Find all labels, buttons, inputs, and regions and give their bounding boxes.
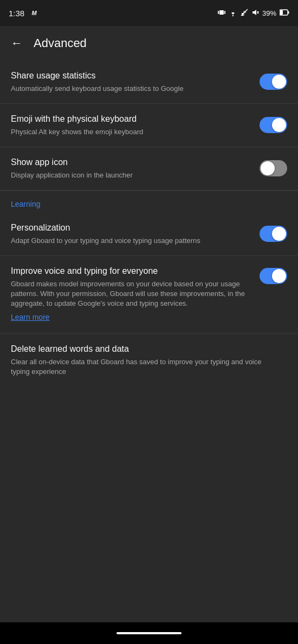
main-content: Share usage statistics Automatically sen… — [0, 61, 298, 622]
toggle-show-app-icon[interactable] — [260, 160, 287, 176]
setting-share-usage-text: Share usage statistics Automatically sen… — [11, 70, 260, 94]
setting-show-app-icon-text: Show app icon Display application icon i… — [11, 157, 260, 180]
svg-rect-7 — [288, 11, 289, 14]
setting-personalization[interactable]: Personalization Adapt Gboard to your typ… — [0, 213, 298, 256]
setting-improve-voice[interactable]: Improve voice and typing for everyone Gb… — [0, 256, 298, 334]
setting-show-app-icon-subtitle: Display application icon in the launcher — [11, 170, 251, 180]
setting-delete-learned[interactable]: Delete learned words and data Clear all … — [0, 334, 298, 386]
setting-show-app-icon[interactable]: Show app icon Display application icon i… — [0, 147, 298, 190]
setting-emoji-keyboard-title: Emoji with the physical keyboard — [11, 114, 251, 125]
home-indicator[interactable] — [116, 632, 182, 634]
status-bar: 1:38 M — [0, 0, 298, 26]
learning-section-label: Learning — [0, 191, 298, 213]
toggle-improve-voice[interactable] — [260, 268, 287, 284]
toggle-share-usage[interactable] — [260, 74, 287, 90]
bottom-nav — [0, 622, 298, 644]
toggle-personalization[interactable] — [260, 226, 287, 242]
sound-muted-icon — [251, 9, 259, 18]
battery-icon — [280, 9, 289, 18]
status-time: 1:38 — [9, 9, 24, 18]
signal-muted-icon — [241, 9, 248, 18]
setting-personalization-title: Personalization — [11, 222, 251, 234]
vibrate-icon — [218, 8, 225, 18]
battery-percentage: 39% — [262, 9, 276, 17]
svg-rect-8 — [280, 10, 283, 15]
toggle-emoji-keyboard[interactable] — [260, 117, 287, 133]
status-right: 39% — [218, 8, 289, 18]
gmail-icon: M — [29, 9, 40, 17]
setting-improve-voice-title: Improve voice and typing for everyone — [11, 266, 251, 277]
wifi-icon — [229, 9, 237, 18]
setting-improve-voice-subtitle: Gboard makes model improvements on your … — [11, 279, 251, 309]
setting-show-app-icon-title: Show app icon — [11, 157, 251, 168]
page-title: Advanced — [34, 36, 87, 50]
learn-more-link[interactable]: Learn more — [11, 308, 50, 324]
status-left: 1:38 M — [9, 9, 40, 18]
setting-delete-learned-subtitle: Clear all on-device data that Gboard has… — [11, 357, 278, 377]
svg-point-3 — [232, 15, 234, 16]
svg-rect-0 — [219, 10, 224, 15]
setting-share-usage-title: Share usage statistics — [11, 70, 251, 82]
setting-personalization-subtitle: Adapt Gboard to your typing and voice ty… — [11, 236, 251, 246]
setting-share-usage-subtitle: Automatically send keyboard usage statis… — [11, 84, 251, 94]
setting-emoji-keyboard-subtitle: Physical Alt key shows the emoji keyboar… — [11, 127, 251, 137]
setting-emoji-keyboard-text: Emoji with the physical keyboard Physica… — [11, 114, 260, 137]
setting-share-usage[interactable]: Share usage statistics Automatically sen… — [0, 61, 298, 104]
setting-delete-learned-title: Delete learned words and data — [11, 344, 278, 355]
setting-emoji-keyboard[interactable]: Emoji with the physical keyboard Physica… — [0, 104, 298, 147]
svg-rect-2 — [224, 11, 225, 14]
back-button[interactable]: ← — [9, 34, 25, 52]
toggle-improve-voice-thumb — [272, 269, 286, 283]
setting-delete-learned-text: Delete learned words and data Clear all … — [11, 344, 287, 377]
setting-personalization-text: Personalization Adapt Gboard to your typ… — [11, 222, 260, 246]
svg-rect-1 — [218, 11, 219, 14]
setting-improve-voice-text: Improve voice and typing for everyone Gb… — [11, 266, 260, 324]
app-bar: ← Advanced — [0, 26, 298, 61]
